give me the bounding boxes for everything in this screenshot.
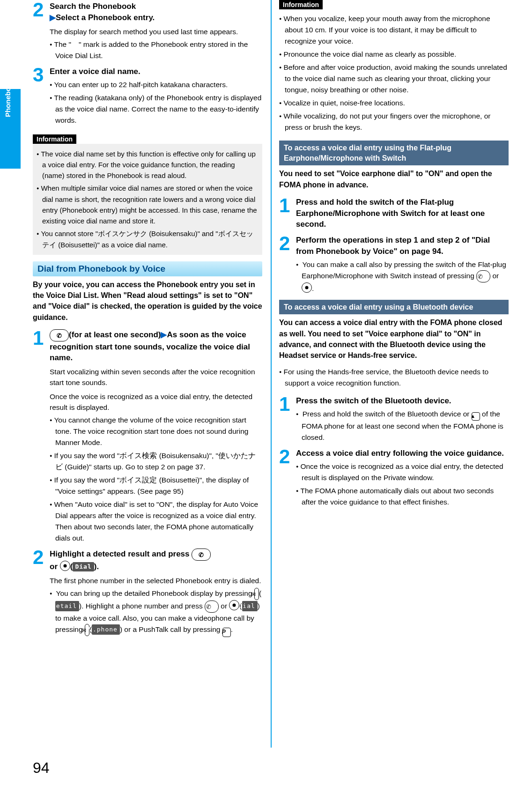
step-title: Press the switch of the Bluetooth device…: [296, 395, 509, 407]
bullet: You can make a call also by pressing the…: [296, 259, 509, 294]
step-title: Search the Phonebook ▶Select a Phonebook…: [50, 1, 262, 23]
sub-intro: You need to set "Voice earphone dial" to…: [279, 168, 509, 190]
bullet: You can enter up to 22 half-pitch kataka…: [50, 79, 262, 90]
information-box: The voice dial name set by this function…: [33, 144, 262, 255]
sub-heading: To access a voice dial entry using the F…: [279, 141, 509, 165]
step-number: 1: [279, 394, 296, 443]
section-intro: By your voice, you can access the Phoneb…: [33, 279, 262, 323]
bt-step-2: 2 Access a voice dial entry following th…: [279, 447, 509, 508]
bullet: You can bring up the detailed Phonebook …: [50, 588, 262, 637]
step-title: Press and hold the switch of the Flat-pl…: [296, 197, 509, 230]
softkey-dial: Dial: [242, 601, 258, 611]
step-number: 2: [279, 447, 296, 508]
step-desc: Once the voice is recognized as a voice …: [50, 391, 262, 413]
bullet: The voice dial name set by this function…: [37, 148, 259, 181]
step-2: 2 Search the Phonebook ▶Select a Phonebo…: [33, 0, 262, 61]
bullet: Pronounce the voice dial name as clearly…: [279, 49, 509, 60]
sub-intro: You can access a voice dial entry with t…: [279, 317, 509, 361]
flatplug-step-2: 2 Perform the operations in step 1 and s…: [279, 234, 509, 294]
side-tab-label: Phonebook: [4, 79, 12, 117]
step-number: 2: [279, 234, 296, 294]
information-label: Information: [33, 134, 76, 144]
softkey-detail: Detail: [55, 601, 79, 611]
bullet: Press and hold the switch of the Bluetoo…: [296, 408, 509, 443]
dial-key-icon: [192, 549, 211, 561]
bullet: The reading (katakana only) of the Phone…: [50, 92, 262, 126]
softkey-dial: Dial: [73, 562, 94, 571]
bullet: Once the voice is recognized as a voice …: [296, 461, 509, 483]
right-column: Information When you vocalize, keep your…: [279, 0, 509, 641]
bullet: For using the Hands-free service, the Bl…: [279, 366, 509, 389]
section-heading: Dial from Phonebook by Voice: [33, 261, 262, 276]
mail-key-icon: [254, 588, 259, 600]
bullet: The " " mark is added to the Phonebook e…: [50, 39, 262, 61]
bullet: Vocalize in quiet, noise-free locations.: [279, 97, 509, 109]
arrow-icon: ▶: [50, 13, 56, 22]
pushtalk-key-icon: [222, 628, 231, 637]
up-key-icon: [472, 412, 480, 421]
step-number: 2: [33, 0, 50, 61]
voice-step-2: 2 Highlight a detected result and press …: [33, 548, 262, 637]
step-number: 2: [33, 548, 50, 637]
sub-heading: To access a voice dial entry using a Blu…: [279, 300, 509, 315]
bullet: If you say the word "ボイス検索 (Boisukensaku…: [50, 450, 262, 473]
dial-key-icon: [476, 270, 490, 282]
bullet: If you say the word "ボイス設定 (Boisusettei)…: [50, 475, 262, 497]
bt-step-1: 1 Press the switch of the Bluetooth devi…: [279, 394, 509, 443]
center-key-icon: [60, 561, 70, 571]
bullet: Before and after voice production, avoid…: [279, 62, 509, 96]
dial-key-icon: [50, 329, 69, 341]
left-column: 2 Search the Phonebook ▶Select a Phonebo…: [33, 0, 262, 641]
bullet: The FOMA phone automatically dials out a…: [296, 485, 509, 508]
arrow-icon: ▶: [161, 330, 167, 339]
step-title: (for at least one second)▶As soon as the…: [50, 329, 262, 363]
bullet: You cannot change the volume of the voic…: [50, 415, 262, 448]
center-key-icon: [302, 282, 312, 293]
center-key-icon: [229, 600, 239, 610]
bullet: When multiple similar voice dial names a…: [37, 183, 259, 226]
step-title: Access a voice dial entry following the …: [296, 448, 509, 459]
column-divider: [271, 0, 272, 748]
bullet: You cannot store "ボイスケンサク (Boisukensaku)…: [37, 228, 259, 250]
bullet: When you vocalize, keep your mouth away …: [279, 13, 509, 47]
bullet: While vocalizing, do not put your finger…: [279, 111, 509, 133]
page-number: 94: [33, 759, 50, 777]
step-desc: The first phone number in the selected P…: [50, 575, 262, 586]
step-desc: The display for search method you used l…: [50, 26, 262, 37]
voice-step-1: 1 (for at least one second)▶As soon as t…: [33, 328, 262, 544]
step-number: 1: [279, 196, 296, 230]
step-title: Enter a voice dial name.: [50, 66, 262, 77]
dial-key-icon: [205, 601, 219, 613]
step-title: Perform the operations in step 1 and ste…: [296, 235, 509, 257]
information-label: Information: [279, 0, 323, 9]
step-number: 3: [33, 65, 50, 126]
step-title: Highlight a detected result and press or…: [50, 549, 262, 572]
softkey-vphone: V.phone: [92, 624, 120, 635]
step-desc: Start vocalizing within seven seconds af…: [50, 366, 262, 388]
step-3: 3 Enter a voice dial name. You can enter…: [33, 65, 262, 126]
step-number: 1: [33, 328, 50, 544]
bullet: When "Auto voice dial" is set to "ON", t…: [50, 499, 262, 544]
information-body: When you vocalize, keep your mouth away …: [279, 9, 509, 135]
flatplug-step-1: 1 Press and hold the switch of the Flat-…: [279, 196, 509, 230]
